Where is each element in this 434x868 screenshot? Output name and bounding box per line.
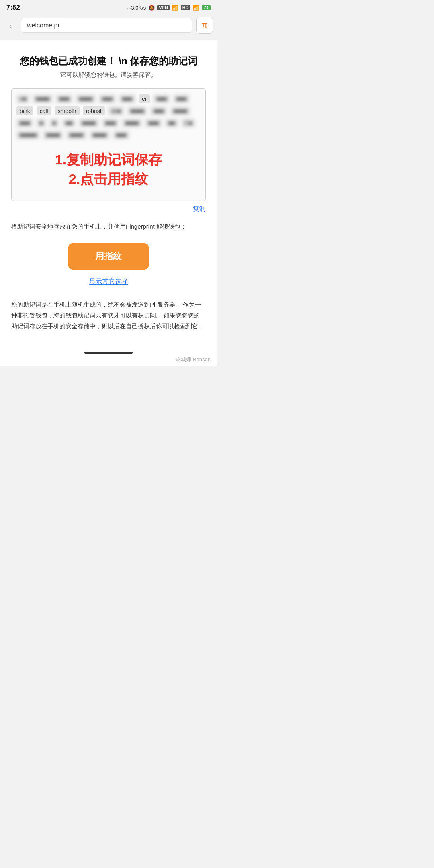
mnemonic-word: ■■■ xyxy=(153,94,170,103)
vpn-badge: VPN xyxy=(157,5,170,10)
status-bar: 7:52 ···3.0K/s 🔕 VPN 📶 HD 📶 74 xyxy=(0,0,217,14)
pi-icon-button[interactable]: π xyxy=(196,17,213,34)
hd-badge: HD xyxy=(181,5,190,10)
copy-link-container: 复制 xyxy=(11,205,206,213)
instruction-line-2: 2.点击用指纹 xyxy=(16,170,201,189)
mnemonic-word: ■■■■ xyxy=(127,106,147,115)
copy-link[interactable]: 复制 xyxy=(193,205,206,212)
mnemonic-word: ■■■■ xyxy=(43,131,63,139)
mnemonic-word: ■■■ xyxy=(99,94,115,103)
mnemonic-word: ■■■■ xyxy=(66,131,86,139)
mnemonic-word: ■ xyxy=(36,119,46,127)
bottom-description: 您的助记词是在手机上随机生成的，绝不会被发送到Pi 服务器。 作为一种非托管钱包… xyxy=(11,299,206,332)
signal-bars-2: 📶 xyxy=(193,5,199,11)
instruction-line-1: 1.复制助记词保存 xyxy=(16,150,201,170)
mnemonic-word: ■■■■ xyxy=(170,106,190,115)
mnemonic-word: ■■ xyxy=(62,119,76,127)
fingerprint-button[interactable]: 用指纹 xyxy=(68,243,149,270)
mnemonic-word: ■■■ xyxy=(173,94,190,103)
mnemonic-word: ■■■ xyxy=(113,131,129,139)
mnemonic-word: ■■■■ xyxy=(79,119,99,127)
page-content: 您的钱包已成功创建！ \n 保存您的助记词 它可以解锁您的钱包。请妥善保管。 e… xyxy=(0,40,217,348)
mnemonic-word: C■ xyxy=(182,119,196,127)
mnemonic-word: ■■■ xyxy=(16,119,33,127)
back-icon: ‹ xyxy=(9,21,12,30)
status-time: 7:52 xyxy=(6,4,20,12)
mnemonic-word: ■■■ xyxy=(102,119,119,127)
page-subtitle: 它可以解锁您的钱包。请妥善保管。 xyxy=(11,71,206,79)
home-indicator xyxy=(84,352,133,354)
page-title: 您的钱包已成功创建！ \n 保存您的助记词 xyxy=(11,55,206,67)
mnemonic-word: er xyxy=(139,94,150,103)
mnemonic-words: e■■■■■■■■■■■■■■■■■■er■■■■■■pinkcallsmoot… xyxy=(16,94,201,139)
status-right: ···3.0K/s 🔕 VPN 📶 HD 📶 74 xyxy=(127,5,211,11)
mnemonic-word: call xyxy=(37,106,51,115)
url-input[interactable] xyxy=(21,18,192,33)
mute-icon: 🔕 xyxy=(148,5,155,11)
fingerprint-description: 将助记词安全地存放在您的手机上，并使用Fingerprint 解锁钱包： xyxy=(11,221,206,232)
pi-icon: π xyxy=(201,20,207,31)
show-options-link-container: 显示其它选择 xyxy=(11,278,206,286)
mnemonic-word: ■■■■ xyxy=(90,131,110,139)
mnemonic-word: robust xyxy=(83,106,105,115)
back-button[interactable]: ‹ xyxy=(4,19,17,32)
mnemonic-word: ■■■■ xyxy=(122,119,142,127)
mnemonic-word: ■■■■■ xyxy=(16,131,40,139)
mnemonic-word: de■ xyxy=(108,106,124,115)
mnemonic-word: ■■■■ xyxy=(33,94,53,103)
mnemonic-word: e■ xyxy=(16,94,29,103)
mnemonic-overlay: 1.复制助记词保存 2.点击用指纹 xyxy=(12,142,205,201)
mnemonic-word: ■■■ xyxy=(119,94,135,103)
mnemonic-word: smooth xyxy=(55,106,80,115)
show-options-link[interactable]: 显示其它选择 xyxy=(89,278,128,285)
mnemonic-word: ■■■ xyxy=(56,94,72,103)
network-speed: ···3.0K/s xyxy=(127,5,146,11)
mnemonic-word: ■■■ xyxy=(150,106,167,115)
bottom-bar: 攻城师 Benson xyxy=(0,348,217,366)
watermark: 攻城师 Benson xyxy=(0,356,217,363)
mnemonic-word: pink xyxy=(16,106,33,115)
mnemonic-word: ■ xyxy=(49,119,59,127)
signal-bars-1: 📶 xyxy=(172,5,178,11)
mnemonic-word: ■■■ xyxy=(145,119,162,127)
mnemonic-word: ■■ xyxy=(165,119,178,127)
address-bar: ‹ π xyxy=(0,14,217,36)
mnemonic-word: ■■■■ xyxy=(76,94,96,103)
battery-indicator: 74 xyxy=(202,5,211,10)
mnemonic-box[interactable]: e■■■■■■■■■■■■■■■■■■er■■■■■■pinkcallsmoot… xyxy=(11,88,206,201)
